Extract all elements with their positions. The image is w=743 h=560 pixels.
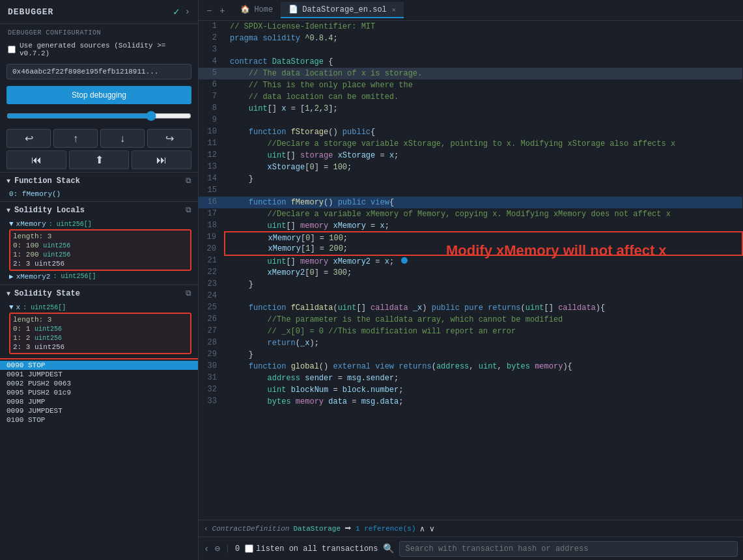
step-forward-button[interactable]: ↪ — [147, 129, 191, 148]
xmemory-children: length: 3 0: 100 uint256 1: 200 uint256 … — [9, 229, 191, 271]
code-line-15: 15 — [199, 185, 742, 197]
solidity-locals-content: ▼ xMemory: uint256[] length: 3 0: 100 ui… — [0, 217, 198, 285]
code-area[interactable]: 1 // SPDX-License-Identifier: MIT 2 prag… — [199, 21, 743, 520]
code-line-20: 20 xMemory[1] = 200; — [199, 244, 742, 255]
code-line-9: 9 — [199, 115, 742, 126]
code-line-11: 11 //Declare a storage variable xStorage… — [199, 138, 742, 150]
function-stack-arrow: ▼ — [7, 178, 10, 185]
slider-row — [0, 108, 198, 126]
code-line-18: 18 uint[] memory xMemory = x; — [199, 220, 742, 232]
bytecode-line-0090: 0090 STOP — [0, 361, 198, 370]
bytecode-line-0100: 0100 STOP — [0, 415, 198, 425]
bytecode-line-0099: 0099 JUMPDEST — [0, 406, 198, 415]
debug-slider[interactable] — [7, 111, 191, 121]
x-2: 2: 3 uint256 — [13, 343, 188, 352]
home-tab-icon: 🏠 — [240, 5, 250, 14]
code-line-32: 32 uint blockNum = block.number; — [199, 384, 742, 396]
var-x-type: : uint256[] — [23, 304, 66, 311]
step-down-button[interactable]: ↓ — [100, 129, 145, 148]
var-xmemory-name[interactable]: ▼ xMemory: uint256[] — [9, 220, 191, 228]
solidity-locals-arrow: ▼ — [7, 207, 10, 214]
stack-item: 0: fMemory() — [9, 189, 191, 199]
left-panel: DEBUGGER ✓ › DEBUGGER CONFIGURATION Use … — [0, 0, 199, 560]
code-line-21: 21 uint[] memory xMemory2 = x; — [199, 255, 742, 267]
tx-input[interactable] — [7, 64, 191, 79]
code-line-25: 25 function fCalldata(uint[] calldata _x… — [199, 302, 742, 314]
code-line-31: 31 address sender = msg.sender; — [199, 372, 742, 384]
function-stack-header[interactable]: ▼ Function Stack ⧉ — [0, 172, 198, 188]
step-up-button[interactable]: ↑ — [53, 129, 98, 148]
xmemory-1: 1: 200 uint256 — [13, 250, 188, 259]
code-line-29: 29 } — [199, 349, 742, 361]
solidity-state-copy-icon[interactable]: ⧉ — [186, 289, 191, 298]
ref-chevron-up[interactable]: ∧ — [419, 524, 425, 533]
code-line-19: 19 xMemory[0] = 100; — [199, 232, 742, 244]
code-table: 1 // SPDX-License-Identifier: MIT 2 prag… — [199, 21, 743, 408]
debugger-header: DEBUGGER ✓ › — [0, 0, 198, 24]
code-line-27: 27 // _x[0] = 0 //This modification will… — [199, 326, 742, 337]
contract-def-name: DataStorage — [293, 525, 341, 533]
solidity-state-content: ▼ x: uint256[] length: 3 0: 1 uint256 1:… — [0, 301, 198, 358]
listen-checkbox: listen on all transactions — [245, 544, 378, 553]
goto-start-button[interactable]: ⏮ — [7, 150, 66, 169]
search-icon[interactable]: 🔍 — [383, 543, 394, 554]
nav-row-2: ⏮ ⬆ ⏭ — [7, 150, 191, 169]
goto-end-button[interactable]: ⏭ — [132, 150, 191, 169]
function-stack-content: 0: fMemory() — [0, 188, 198, 201]
code-line-4: 4 contract DataStorage { — [199, 56, 742, 68]
function-stack-title: Function Stack — [14, 176, 182, 186]
solidity-locals-copy-icon[interactable]: ⧉ — [186, 206, 191, 215]
expand-icon[interactable]: › — [185, 7, 190, 17]
contract-def-arrow: ⮕ — [344, 524, 352, 533]
generated-sources-checkbox[interactable] — [8, 46, 16, 53]
ref-chevron-down[interactable]: ∨ — [429, 524, 435, 533]
bottom-nav-icon-1[interactable]: ‹ — [204, 544, 209, 554]
code-line-30: 30 function global() external view retur… — [199, 361, 742, 372]
var-arrow: ▼ — [9, 220, 14, 228]
x-length: length: 3 — [13, 315, 188, 324]
zoom-out-button[interactable]: − — [204, 4, 214, 17]
right-panel: − + 🏠 Home 📄 DataStorage_en.sol ✕ 1 // S… — [199, 0, 743, 560]
solidity-locals-title: Solidity Locals — [14, 206, 182, 215]
breakpoint-button[interactable]: ⬆ — [69, 150, 129, 169]
code-line-12: 12 uint[] storage xStorage = x; — [199, 150, 742, 161]
tab-datastorage[interactable]: 📄 DataStorage_en.sol ✕ — [281, 2, 404, 18]
var2-label: xMemory2 — [16, 273, 51, 281]
xmemory-0: 0: 100 uint256 — [13, 241, 188, 250]
tab-datastorage-label: DataStorage_en.sol — [302, 5, 387, 14]
var-x-label: x — [16, 303, 21, 311]
bytecode-line-0095: 0095 PUSH2 01c9 — [0, 388, 198, 397]
x-children: length: 3 0: 1 uint256 1: 2 uint256 2: 3… — [9, 313, 191, 354]
code-cell-1: // SPDX-License-Identifier: MIT — [225, 21, 742, 33]
code-line-16: 16 function fMemory() public view{ — [199, 197, 742, 208]
solidity-state-header[interactable]: ▼ Solidity State ⧉ — [0, 285, 198, 301]
file-tab-icon: 📄 — [288, 5, 298, 14]
tab-close-icon[interactable]: ✕ — [392, 6, 396, 14]
code-line-22: 22 xMemory2[0] = 300; — [199, 267, 742, 279]
nav-row-1: ↩ ↑ ↓ ↪ — [7, 129, 191, 148]
var-x: ▼ x: uint256[] length: 3 0: 1 uint256 1:… — [9, 303, 191, 354]
step-back-button[interactable]: ↩ — [7, 129, 51, 148]
search-input[interactable] — [399, 541, 738, 557]
transaction-count: 0 — [235, 544, 240, 553]
solidity-locals-header[interactable]: ▼ Solidity Locals ⧉ — [0, 201, 198, 217]
listen-all-checkbox[interactable] — [245, 544, 253, 553]
code-line-10: 10 function fStorage() public{ — [199, 126, 742, 138]
code-line-6: 6 // This is the only place where the — [199, 79, 742, 91]
var-x-arrow: ▼ — [9, 303, 14, 311]
code-line-3: 3 — [199, 44, 742, 56]
var-xmemory: ▼ xMemory: uint256[] length: 3 0: 100 ui… — [9, 220, 191, 271]
stop-debugging-button[interactable]: Stop debugging — [7, 86, 191, 104]
listen-label: listen on all transactions — [256, 544, 378, 553]
bottom-nav-icon-2[interactable]: ⊖ — [214, 543, 219, 554]
tab-home[interactable]: 🏠 Home — [232, 2, 281, 18]
contract-def-refs[interactable]: 1 reference(s) — [356, 525, 415, 533]
checkbox-label: Use generated sources (Solidity >= v0.7.… — [20, 42, 190, 57]
debugger-title: DEBUGGER — [8, 7, 53, 17]
var-x-name[interactable]: ▼ x: uint256[] — [9, 303, 191, 311]
contract-def-label: ContractDefinition — [212, 525, 290, 533]
zoom-in-button[interactable]: + — [217, 4, 227, 17]
function-stack-copy-icon[interactable]: ⧉ — [186, 176, 191, 186]
code-line-24: 24 — [199, 290, 742, 302]
var-xmemory2-name[interactable]: ▶ xMemory2: uint256[] — [9, 272, 191, 281]
